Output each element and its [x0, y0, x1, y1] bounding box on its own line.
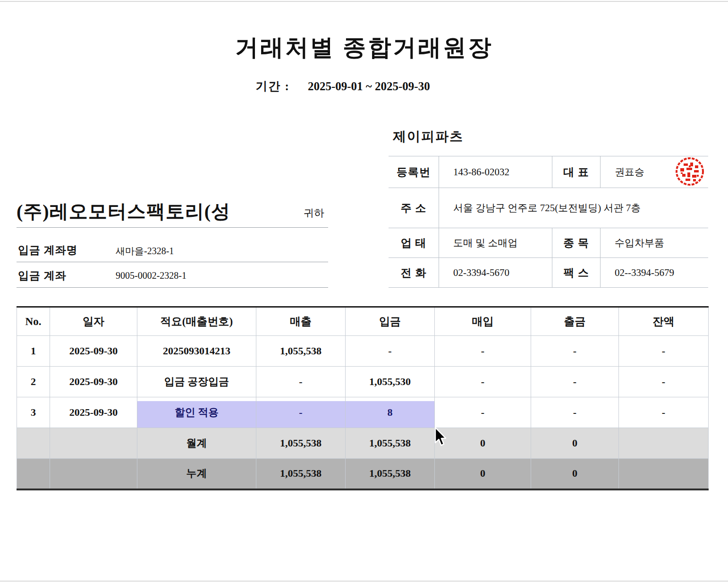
monthly-total-purchase: 0: [435, 428, 531, 459]
biz-item-label: 종 목: [552, 228, 601, 258]
monthly-total-withdrawal: 0: [531, 428, 619, 459]
cell-withdrawal: -: [531, 397, 619, 428]
page-title: 거래처별 종합거래원장: [0, 32, 728, 63]
account-name-label: 입금 계좌명: [18, 243, 78, 257]
cell-date: 2025-09-30: [50, 367, 137, 397]
col-header-no: No.: [17, 307, 50, 336]
cumulative-total-withdrawal: 0: [531, 459, 619, 489]
tel-value: 02-3394-5670: [439, 258, 552, 288]
cell-empty: [50, 428, 137, 459]
col-header-balance: 잔액: [619, 307, 709, 336]
cell-deposit-highlighted: 8: [346, 397, 435, 428]
cell-empty: [17, 459, 50, 489]
red-seal-stamp-icon: [674, 157, 705, 186]
reg-no-value: 143-86-02032: [439, 156, 552, 188]
cell-sales: 1,055,538: [256, 336, 346, 367]
biz-type-label: 업 태: [389, 228, 439, 258]
cell-balance: -: [619, 367, 709, 397]
cell-deposit: -: [346, 336, 435, 367]
ledger-row-3-discount: 3 2025-09-30 할인 적용 - 8 - - -: [17, 397, 709, 428]
cell-no: 3: [17, 397, 50, 428]
supplier-info-table: 등록번 143-86-02032 대 표 권표승 주 소 서울 강남구 언주로 …: [389, 156, 708, 288]
cell-purchase: -: [435, 367, 531, 397]
monthly-total-row: 월계 1,055,538 1,055,538 0 0: [17, 428, 709, 459]
col-header-desc: 적요(매출번호): [137, 307, 256, 336]
cell-empty: [17, 428, 50, 459]
period-line: 기간 :2025-09-01 ~ 2025-09-30: [0, 78, 686, 94]
account-no-value: 9005-0002-2328-1: [116, 270, 186, 281]
address-label: 주 소: [389, 188, 439, 228]
cell-sales-highlighted: -: [256, 397, 346, 428]
supplier-name: 제이피파츠: [393, 128, 464, 146]
page-top-edge: [0, 1, 728, 2]
cell-date: 2025-09-30: [50, 336, 137, 367]
page-bottom-edge: [0, 581, 728, 582]
cumulative-total-row: 누계 1,055,538 1,055,538 0 0: [17, 459, 709, 489]
cell-balance: -: [619, 397, 709, 428]
fax-value: 02--3394-5679: [601, 258, 708, 288]
cell-purchase: -: [435, 336, 531, 367]
tel-label: 전 화: [389, 258, 439, 288]
cell-desc-highlighted: 할인 적용: [137, 397, 256, 428]
cell-no: 1: [17, 336, 50, 367]
honorific-label: 귀하: [304, 206, 324, 220]
account-no-label: 입금 계좌: [18, 268, 67, 283]
cell-desc: 입금 공장입금: [137, 367, 256, 397]
cumulative-total-deposit: 1,055,538: [346, 459, 435, 489]
monthly-total-deposit: 1,055,538: [346, 428, 435, 459]
ceo-label: 대 표: [552, 156, 601, 188]
monthly-total-label: 월계: [137, 428, 256, 459]
cumulative-total-purchase: 0: [435, 459, 531, 489]
col-header-purchase: 매입: [435, 307, 531, 336]
cumulative-total-balance: [619, 459, 709, 489]
cell-sales: -: [256, 367, 346, 397]
ledger-row-1: 1 2025-09-30 2025093014213 1,055,538 - -…: [17, 336, 709, 367]
cell-purchase: -: [435, 397, 531, 428]
account-name-value: 새마을-2328-1: [116, 245, 174, 257]
biz-item-value: 수입차부품: [601, 228, 708, 258]
divider: [17, 227, 328, 228]
cumulative-total-sales: 1,055,538: [256, 459, 346, 489]
ledger-document-page: { "page": { "title": "거래처별 종합거래원장", "per…: [0, 0, 728, 583]
cell-withdrawal: -: [531, 336, 619, 367]
cumulative-total-label: 누계: [137, 459, 256, 489]
ledger-table: No. 일자 적요(매출번호) 매출 입금 매입 출금 잔액 1 2025-09…: [17, 306, 709, 490]
cell-deposit: 1,055,530: [346, 367, 435, 397]
address-value: 서울 강남구 언주로 725(보전빌딩) 서관 7층: [439, 188, 708, 228]
cell-balance: -: [619, 336, 709, 367]
divider: [17, 287, 328, 288]
ledger-row-2: 2 2025-09-30 입금 공장입금 - 1,055,530 - - -: [17, 367, 709, 397]
ledger-header-row: No. 일자 적요(매출번호) 매출 입금 매입 출금 잔액: [17, 307, 709, 336]
fax-label: 팩 스: [552, 258, 601, 288]
col-header-date: 일자: [50, 307, 137, 336]
biz-type-value: 도매 및 소매업: [439, 228, 552, 258]
cell-desc: 2025093014213: [137, 336, 256, 367]
col-header-withdrawal: 출금: [531, 307, 619, 336]
monthly-total-sales: 1,055,538: [256, 428, 346, 459]
customer-name: (주)레오모터스팩토리(성: [17, 198, 230, 224]
cell-withdrawal: -: [531, 367, 619, 397]
cell-date: 2025-09-30: [50, 397, 137, 428]
period-label: 기간 :: [255, 80, 290, 93]
divider: [17, 262, 328, 262]
cell-no: 2: [17, 367, 50, 397]
monthly-total-balance: [619, 428, 709, 459]
col-header-deposit: 입금: [346, 307, 435, 336]
cell-empty: [50, 459, 137, 489]
col-header-sales: 매출: [256, 307, 346, 336]
period-value: 2025-09-01 ~ 2025-09-30: [308, 80, 430, 93]
reg-no-label: 등록번: [389, 156, 439, 188]
